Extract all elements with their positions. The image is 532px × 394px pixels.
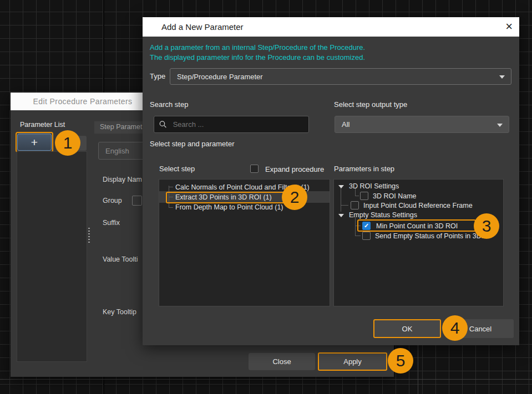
expand-procedure-label: Expand procedure (265, 165, 324, 173)
add-new-parameter-dialog: Add a New Parameter × Add a parameter fr… (143, 17, 519, 345)
tab-step-parameter-label: Step Paramet (100, 123, 142, 131)
plus-icon: + (31, 136, 38, 149)
param-checkbox[interactable] (351, 201, 359, 209)
param-row[interactable]: Input Point Cloud Reference Frame (363, 202, 473, 209)
add-dialog-titlebar[interactable]: Add a New Parameter × (143, 17, 519, 37)
tree-connector (355, 196, 359, 196)
tree-connector (341, 187, 341, 212)
ok-button-label: OK (402, 325, 413, 333)
apply-button-label: Apply (343, 357, 362, 366)
search-box (154, 116, 309, 133)
chevron-down-icon (497, 124, 503, 127)
callout-1: 1 (55, 130, 80, 156)
chevron-down-icon (499, 75, 505, 79)
tree-connector (341, 205, 348, 206)
close-button[interactable]: Close (249, 353, 315, 370)
search-input[interactable] (172, 120, 303, 129)
tree-connector (355, 236, 361, 236)
step-row[interactable]: From Depth Map to Point Cloud (1) (175, 203, 283, 211)
ok-button[interactable]: OK (373, 319, 441, 338)
splitter-handle[interactable] (88, 228, 90, 243)
step-highlight-box (166, 192, 286, 203)
section-label: Select step and parameter (150, 140, 234, 148)
parameter-list-panel (17, 151, 87, 362)
description-line1: Add a parameter from an internal Step/Pr… (150, 43, 365, 52)
param-group-row[interactable]: Empty Status Settings (349, 211, 417, 219)
param-row[interactable]: 3D ROI Name (373, 192, 417, 200)
expand-procedure-checkbox[interactable] (250, 165, 259, 173)
output-type-label: Select step output type (334, 100, 407, 109)
tree-connector (355, 217, 356, 236)
parameters-list: 3D ROI Settings 3D ROI Name Input Point … (333, 179, 504, 306)
add-parameter-button[interactable]: + (17, 134, 52, 151)
param-row[interactable]: Send Empty Status of Points in 3D... (375, 232, 487, 240)
app-canvas: Edit Procedure Parameters Parameter List… (0, 0, 532, 394)
apply-button[interactable]: Apply (318, 352, 387, 371)
callout-3: 3 (474, 213, 499, 239)
output-type-select[interactable]: All (335, 116, 509, 133)
tree-connector (169, 187, 173, 187)
tree-connector (169, 207, 173, 208)
type-select-value: Step/Procedure Parameter (177, 73, 263, 81)
select-step-label: Select step (159, 165, 195, 173)
group-label: Group (103, 197, 122, 204)
parameters-in-step-label: Parameters in step (334, 165, 394, 173)
callout-4: 4 (442, 315, 468, 341)
callout-2: 2 (282, 185, 307, 210)
canvas-major-vline2 (418, 345, 418, 394)
close-icon[interactable]: × (505, 19, 513, 34)
key-tooltip-label: Key Tooltip (103, 308, 136, 316)
group-checkbox[interactable] (132, 196, 142, 206)
language-select-value: English (105, 147, 129, 155)
search-icon (159, 120, 167, 129)
group-expanded-icon[interactable] (338, 214, 344, 217)
param-checkbox[interactable] (362, 232, 371, 240)
close-button-label: Close (272, 357, 291, 366)
description-line2: The displayed parameter info for the Pro… (150, 53, 365, 62)
param-highlight-box (357, 219, 476, 232)
cancel-button-label: Cancel (469, 325, 492, 333)
param-group-row[interactable]: 3D ROI Settings (349, 182, 399, 190)
parameter-list-label: Parameter List (20, 121, 65, 129)
output-type-value: All (342, 120, 349, 129)
param-checkbox[interactable] (360, 192, 368, 200)
type-select[interactable]: Step/Procedure Parameter (170, 68, 511, 85)
edit-dialog-title: Edit Procedure Parameters (22, 97, 144, 106)
value-tooltip-label: Value Toolti (103, 255, 138, 263)
callout-5: 5 (388, 348, 413, 373)
display-name-label: Display Nam (103, 176, 142, 183)
group-expanded-icon[interactable] (338, 185, 344, 188)
type-label: Type (150, 72, 165, 80)
suffix-label: Suffix (103, 219, 120, 227)
canvas-major-hline (0, 379, 532, 380)
add-dialog-title: Add a New Parameter (161, 22, 244, 32)
search-step-label: Search step (150, 100, 188, 109)
